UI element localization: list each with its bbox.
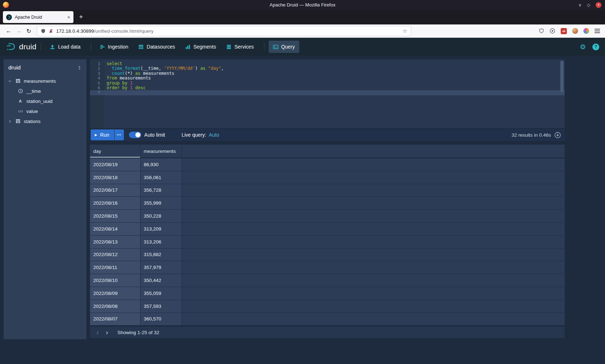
ublock-icon[interactable]: u0 (561, 28, 567, 34)
tree-item-label: __time (26, 88, 41, 94)
window-minimize-icon[interactable]: ∨ (578, 3, 582, 7)
table-row: 2022/08/10350,442 (90, 274, 565, 287)
prev-page-icon[interactable]: ‹ (93, 328, 102, 337)
cell-measurements[interactable]: 350,442 (140, 274, 182, 287)
cell-day[interactable]: 2022/08/17 (90, 184, 140, 197)
cell-day[interactable]: 2022/08/09 (90, 287, 140, 300)
extension-shield-icon[interactable] (539, 28, 544, 34)
auto-limit-toggle[interactable] (129, 132, 141, 138)
cell-measurements[interactable]: 355,059 (140, 287, 182, 300)
settings-gear-icon[interactable]: ⚙ (580, 44, 586, 50)
tree-item-stations[interactable]: stations (4, 116, 86, 126)
cell-day[interactable]: 2022/08/11 (90, 261, 140, 274)
nav-item-label: Load data (58, 44, 80, 50)
line-code: select (104, 62, 122, 66)
cell-measurements[interactable]: 356,728 (140, 184, 182, 197)
time-icon (17, 88, 23, 94)
tree-item-station_uuid[interactable]: Astation_uuid (4, 96, 86, 106)
url-bar[interactable]: 172.18.0.4:30899/unified-console.html#qu… (37, 26, 411, 36)
cell-measurements[interactable]: 355,999 (140, 197, 182, 209)
table-row: 2022/08/15350,228 (90, 210, 565, 223)
next-page-icon[interactable]: › (102, 328, 112, 337)
new-tab-button[interactable]: + (76, 12, 86, 22)
insecure-lock-icon[interactable] (49, 28, 53, 33)
window-close-icon[interactable]: × (596, 2, 601, 8)
cell-day[interactable]: 2022/08/18 (90, 171, 140, 184)
editor-line-5[interactable]: 5group by 1 (90, 81, 565, 86)
tracking-shield-icon[interactable] (41, 28, 46, 34)
editor-line-6[interactable]: 6order by 1 desc (90, 86, 565, 90)
forward-button[interactable]: → (14, 26, 24, 36)
cell-measurements[interactable]: 356,061 (140, 171, 182, 184)
live-query-value[interactable]: Auto (209, 132, 219, 138)
cell-measurements[interactable]: 313,206 (140, 236, 182, 248)
cell-day[interactable]: 2022/08/13 (90, 236, 140, 248)
nav-item-datasources[interactable]: Datasources (134, 41, 179, 53)
line-number: 2 (90, 66, 104, 71)
back-button[interactable]: ← (4, 26, 14, 36)
tab-close-icon[interactable]: × (67, 14, 70, 20)
cell-day[interactable]: 2022/08/12 (90, 249, 140, 261)
menu-icon[interactable] (595, 29, 600, 33)
editor-line-3[interactable]: 3 count(*) as measurements (90, 71, 565, 76)
browser-tab[interactable]: Apache Druid × (3, 11, 73, 23)
run-more-button[interactable]: ••• (115, 129, 124, 140)
string-type-icon: A (17, 99, 23, 103)
cell-measurements[interactable]: 350,228 (140, 210, 182, 222)
bookmark-star-icon[interactable]: ☆ (403, 28, 407, 34)
chevron-right-icon[interactable] (8, 119, 12, 123)
nav-item-load-data[interactable]: Load data (45, 41, 85, 53)
cell-day[interactable]: 2022/08/16 (90, 197, 140, 209)
cell-day[interactable]: 2022/08/08 (90, 300, 140, 313)
cell-measurements[interactable]: 86,930 (140, 158, 182, 171)
window-title: Apache Druid — Mozilla Firefox (0, 0, 605, 10)
nav-item-label: Segments (193, 44, 216, 50)
editor-line-7[interactable]: 7 (90, 90, 565, 95)
nav-item-segments[interactable]: Segments (181, 41, 220, 53)
extension-circle-icon[interactable] (550, 28, 555, 34)
help-icon[interactable]: ? (592, 44, 599, 50)
cell-measurements[interactable]: 360,570 (140, 313, 182, 326)
run-button[interactable]: ▶ Run (91, 129, 114, 140)
sql-editor-lines: 1select2 time_format(__time, 'YYYY/MM/dd… (90, 62, 565, 95)
header-separator (41, 43, 41, 51)
reload-button[interactable]: ↻ (24, 26, 34, 36)
druid-logo[interactable]: druid (6, 41, 36, 52)
chevron-down-icon[interactable] (8, 79, 12, 83)
live-query-label: Live query: (182, 132, 206, 138)
window-maximize-icon[interactable]: ◇ (587, 3, 590, 7)
nav-item-label: Services (234, 44, 254, 50)
tree-item-value[interactable]: 123value (4, 106, 86, 116)
cell-day[interactable]: 2022/08/15 (90, 210, 140, 222)
nav-item-services[interactable]: Services (222, 41, 258, 53)
nav-item-query[interactable]: Query (269, 41, 299, 53)
avatar-extension-icon[interactable] (572, 28, 578, 34)
editor-scrollbar[interactable] (560, 61, 564, 92)
cell-measurements[interactable]: 315,682 (140, 249, 182, 261)
app-body: druid measurements__timeAstation_uuid123… (0, 56, 605, 364)
editor-line-4[interactable]: 4from measurements (90, 76, 565, 81)
column-header-day[interactable]: day (90, 145, 140, 158)
number-type-icon: 123 (17, 110, 23, 113)
cell-day[interactable]: 2022/08/19 (90, 158, 140, 171)
sql-editor[interactable]: 1select2 time_format(__time, 'YYYY/MM/dd… (90, 59, 565, 128)
editor-line-1[interactable]: 1select (90, 62, 565, 66)
tree-item-measurements[interactable]: measurements (4, 76, 86, 86)
cell-day[interactable]: 2022/08/14 (90, 223, 140, 235)
cell-measurements[interactable]: 357,593 (140, 300, 182, 313)
row-filler (182, 223, 565, 235)
row-filler (182, 197, 565, 209)
schema-sidebar: druid measurements__timeAstation_uuid123… (4, 59, 86, 339)
extension-pinwheel-icon[interactable] (583, 28, 589, 34)
editor-line-2[interactable]: 2 time_format(__time, 'YYYY/MM/dd') as "… (90, 66, 565, 71)
sort-double-caret-icon[interactable] (77, 65, 82, 70)
cell-measurements[interactable]: 313,209 (140, 223, 182, 235)
nav-item-ingestion[interactable]: Ingestion (95, 41, 133, 53)
cell-day[interactable]: 2022/08/10 (90, 274, 140, 287)
cell-measurements[interactable]: 357,979 (140, 261, 182, 274)
cell-day[interactable]: 2022/08/07 (90, 313, 140, 326)
line-code: time_format(__time, 'YYYY/MM/dd') as "da… (104, 66, 224, 71)
column-header-measurements[interactable]: measurements (140, 145, 182, 158)
download-results-icon[interactable] (554, 132, 561, 138)
tree-item-__time[interactable]: __time (4, 86, 86, 96)
